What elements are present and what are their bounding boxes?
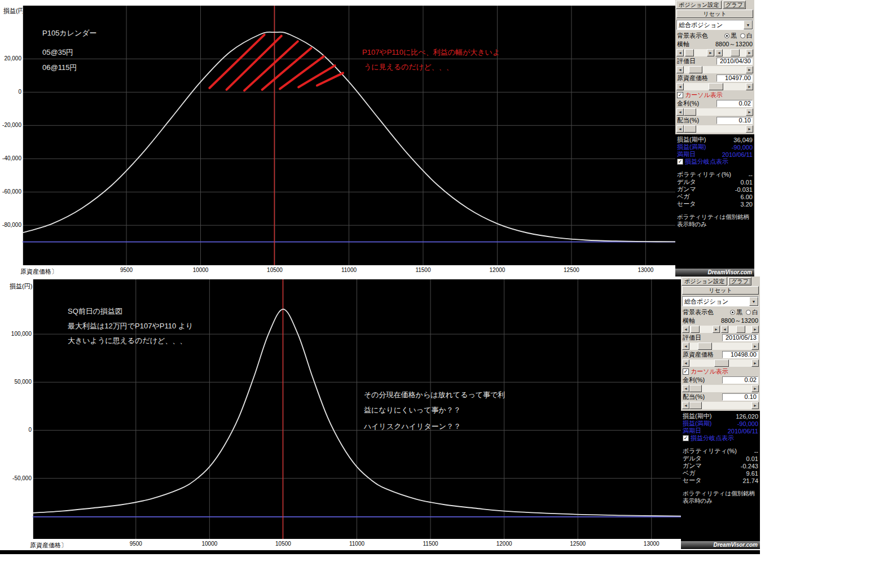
scroll-left-icon[interactable]: ◄ [682,402,689,409]
interest-rate-scrollbar[interactable]: ◄ ► [682,385,759,392]
scrollbar-track[interactable] [684,66,746,73]
profit-loss-chart[interactable]: SQ前日の損益図最大利益は12万円でP107やP110 より大きいように思えるの… [33,279,681,539]
scrollbar-thumb[interactable] [684,125,696,133]
brand-footer: DreamVisor.com [675,269,754,277]
breakeven-checkbox[interactable]: ✓ [677,159,683,165]
eval-date-scrollbar[interactable]: ◄ ► [676,66,753,73]
position-select[interactable]: 総合ポジション ▼ [676,20,753,30]
chevron-down-icon[interactable]: ▼ [744,20,753,29]
scroll-right-icon[interactable]: ► [707,49,714,56]
scroll-right-icon[interactable]: ► [746,125,753,133]
breakeven-checkbox[interactable]: ✓ [683,435,689,441]
volatility-note-line2: 表示時のみ [681,497,760,504]
scrollbar-thumb[interactable] [731,49,740,56]
scrollbar-track[interactable] [689,343,751,350]
scroll-right-icon[interactable]: ► [746,83,753,90]
scroll-left-icon[interactable]: ◄ [676,66,684,73]
bg-white-radio[interactable]: 白 [746,308,758,317]
scrollbar-thumb[interactable] [689,402,702,409]
scrollbar-track[interactable] [723,49,746,56]
profit-loss-chart[interactable]: P105カレンダー05@35円06@115円P107やP110に比べ、利益の幅が… [23,6,675,265]
scrollbar-track[interactable] [684,49,707,56]
scroll-right-icon[interactable]: ► [746,108,753,116]
scroll-right-icon[interactable]: ► [751,343,759,350]
scrollbar-thumb[interactable] [684,108,696,116]
scroll-left-icon[interactable]: ◄ [682,343,689,350]
position-select[interactable]: 総合ポジション ▼ [682,296,759,306]
gamma-value: -0.031 [735,186,753,193]
scroll-right-icon[interactable]: ► [751,326,759,333]
underlying-price-value[interactable]: 10497.00 [716,74,753,82]
scroll-left-icon[interactable]: ◄ [676,83,684,90]
chevron-down-icon[interactable]: ▼ [749,297,758,306]
haxis-label: 横軸 [677,40,689,49]
scroll-right-icon[interactable]: ► [751,385,759,392]
cursor-display-checkbox[interactable]: ✓ [677,92,683,98]
bg-black-radio[interactable]: 黒 [730,308,742,317]
scrollbar-track[interactable] [689,326,713,333]
bg-black-radio[interactable]: 黒 [724,32,737,40]
scroll-right-icon[interactable]: ► [746,66,753,73]
scroll-right-icon[interactable]: ► [713,326,720,333]
scrollbar-track[interactable] [728,326,751,333]
chart-annotation: P107やP110に比べ、利益の幅が大きいよ [362,47,500,58]
chart-annotation: 最大利益は12万円でP107やP110 より [68,321,193,331]
scrollbar-thumb[interactable] [698,343,711,350]
scroll-left-icon[interactable]: ◄ [715,49,723,56]
scroll-left-icon[interactable]: ◄ [676,125,684,133]
scrollbar-thumb[interactable] [689,385,702,392]
scrollbar-thumb[interactable] [691,326,700,333]
scrollbar-track[interactable] [684,108,746,116]
haxis-min-scrollbar[interactable]: ◄ ► [682,326,720,333]
scroll-left-icon[interactable]: ◄ [676,49,684,56]
dividend-value[interactable]: 0.10 [716,117,753,124]
eval-date-scrollbar[interactable]: ◄ ► [682,343,759,350]
tab-position-settings[interactable]: ポジション設定 [682,277,727,286]
cursor-display-checkbox[interactable]: ✓ [683,368,689,375]
scroll-right-icon[interactable]: ► [751,359,759,367]
scroll-left-icon[interactable]: ◄ [682,326,689,333]
scrollbar-thumb[interactable] [689,66,702,73]
interest-rate-value[interactable]: 0.02 [722,376,758,384]
underlying-price-scrollbar[interactable]: ◄ ► [682,359,759,367]
haxis-max-scrollbar[interactable]: ◄ ► [721,326,759,333]
scrollbar-track[interactable] [684,125,746,133]
scroll-right-icon[interactable]: ► [746,49,753,56]
scroll-left-icon[interactable]: ◄ [682,359,689,367]
scrollbar-track[interactable] [684,83,746,90]
radio-selected-icon [724,33,729,38]
scrollbar-thumb[interactable] [714,359,729,367]
interest-rate-value[interactable]: 0.02 [716,100,753,107]
tab-graph[interactable]: グラフ [723,1,746,9]
y-tick-label: -50,000 [6,475,32,481]
haxis-max-scrollbar[interactable]: ◄ ► [715,49,753,56]
underlying-price-scrollbar[interactable]: ◄ ► [676,83,753,90]
scrollbar-track[interactable] [689,359,751,367]
dividend-scrollbar[interactable]: ◄ ► [682,402,759,409]
bg-white-radio[interactable]: 白 [740,32,753,40]
chart-annotation: 06@115円 [42,63,77,73]
scrollbar-thumb[interactable] [736,326,745,333]
scroll-left-icon[interactable]: ◄ [682,385,689,392]
gamma-value: -0.243 [741,463,758,469]
scroll-left-icon[interactable]: ◄ [721,326,728,333]
tab-position-settings[interactable]: ポジション設定 [676,1,722,9]
underlying-price-value[interactable]: 10498.00 [722,351,758,358]
eval-date-value[interactable]: 2010/04/30 [716,58,753,65]
eval-date-value[interactable]: 2010/05/13 [722,334,758,341]
tab-graph[interactable]: グラフ [728,277,751,286]
delta-value: 0.01 [741,179,753,186]
dividend-value[interactable]: 0.10 [722,393,758,401]
scroll-left-icon[interactable]: ◄ [676,108,684,116]
haxis-min-scrollbar[interactable]: ◄ ► [676,49,714,56]
scrollbar-thumb[interactable] [685,49,694,56]
reset-button[interactable]: リセット [682,286,759,295]
reset-button[interactable]: リセット [676,10,753,18]
interest-rate-scrollbar[interactable]: ◄ ► [676,108,753,116]
dividend-scrollbar[interactable]: ◄ ► [676,125,753,133]
interest-rate-row: 金利(%) 0.02 [681,376,760,384]
scrollbar-track[interactable] [689,402,751,409]
scrollbar-thumb[interactable] [709,83,723,90]
scroll-right-icon[interactable]: ► [751,402,759,409]
scrollbar-track[interactable] [689,385,751,392]
